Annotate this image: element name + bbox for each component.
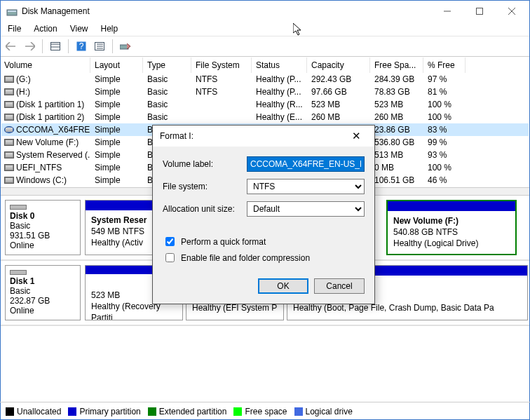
- cell-fs: [191, 116, 252, 118]
- disk0-type: Basic: [10, 221, 76, 231]
- disk0-header[interactable]: Disk 0 Basic 931.51 GB Online: [5, 200, 81, 255]
- menu-view[interactable]: View: [70, 24, 88, 34]
- menu-bar: File Action View Help: [1, 22, 529, 36]
- dialog-titlebar[interactable]: Format I: ✕: [153, 126, 374, 147]
- cell-pct: 100 %: [423, 111, 466, 123]
- volume-icon: [4, 139, 14, 146]
- volume-icon: [4, 88, 14, 95]
- table-row[interactable]: (Disk 1 partition 2)SimpleBasicHealthy (…: [1, 111, 529, 123]
- cell-pct: 93 %: [423, 149, 466, 161]
- format-dialog: Format I: ✕ Volume label: File system: N…: [152, 125, 375, 304]
- cell-capacity: 292.43 GB: [307, 74, 370, 85]
- ok-button[interactable]: OK: [258, 278, 308, 294]
- cell-type: Basic: [143, 86, 191, 97]
- minimize-button[interactable]: [431, 1, 463, 22]
- filesystem-label: File system:: [163, 182, 247, 191]
- toolbar: ?: [1, 36, 529, 57]
- legend-freespace: Free space: [233, 407, 287, 416]
- legend-logical: Logical drive: [294, 407, 353, 416]
- cell-status: Healthy (P...: [252, 86, 307, 97]
- list-icon[interactable]: [92, 39, 107, 54]
- menu-action[interactable]: Action: [34, 24, 57, 34]
- cancel-button[interactable]: Cancel: [314, 278, 365, 294]
- disk1-header[interactable]: Disk 1 Basic 232.87 GB Online: [5, 265, 81, 320]
- cell-fs: [191, 104, 252, 105]
- filesystem-select[interactable]: NTFS: [247, 179, 365, 194]
- cell-layout: Simple: [90, 74, 143, 85]
- col-pctfree[interactable]: % Free: [423, 57, 466, 73]
- disk0-state: Online: [10, 241, 76, 250]
- table-row[interactable]: (G:)SimpleBasicNTFSHealthy (P...292.43 G…: [1, 73, 529, 86]
- col-filesystem[interactable]: File System: [191, 57, 252, 73]
- cell-free: 260 MB: [370, 111, 423, 123]
- volume-icon: [4, 151, 14, 158]
- action-icon[interactable]: [118, 39, 133, 54]
- cell-volume: (G:): [16, 74, 31, 84]
- cell-status: Healthy (P...: [252, 74, 307, 85]
- help-icon[interactable]: ?: [74, 39, 89, 54]
- back-button[interactable]: [4, 39, 19, 54]
- disk0-partition-0[interactable]: System Reser 549 MB NTFS Healthy (Activ: [85, 200, 154, 255]
- volume-label-input[interactable]: [247, 156, 365, 172]
- cell-status: Healthy (R...: [252, 99, 307, 110]
- panel-icon[interactable]: [48, 39, 63, 54]
- menu-help[interactable]: Help: [101, 24, 118, 34]
- dialog-close-button[interactable]: ✕: [342, 130, 370, 142]
- part-status: Healthy (Boot, Page File, Crash Dump, Ba…: [293, 303, 494, 313]
- svg-text:?: ?: [79, 41, 84, 51]
- allocation-label: Allocation unit size:: [163, 204, 247, 214]
- cell-pct: 97 %: [423, 74, 466, 85]
- cell-layout: Simple: [90, 124, 143, 135]
- cell-layout: Simple: [90, 162, 143, 173]
- volume-icon: [4, 101, 14, 108]
- quick-format-checkbox[interactable]: Perform a quick format: [163, 235, 365, 248]
- disk1-type: Basic: [10, 286, 76, 296]
- col-free[interactable]: Free Spa...: [370, 57, 423, 73]
- disk1-state: Online: [10, 306, 76, 316]
- quick-format-input[interactable]: [165, 237, 175, 246]
- forward-button[interactable]: [22, 39, 37, 54]
- maximize-button[interactable]: [463, 1, 496, 22]
- legend-primary: Primary partition: [68, 407, 140, 416]
- cell-free: 513 MB: [370, 149, 423, 161]
- cell-volume: CCCOMA_X64FRE...: [16, 125, 90, 135]
- disk0-name: Disk 0: [10, 211, 76, 221]
- cell-pct: 100 %: [423, 99, 466, 110]
- cell-free: 23.86 GB: [370, 124, 423, 135]
- svg-rect-3: [477, 8, 483, 15]
- cell-layout: Simple: [90, 111, 143, 123]
- compression-checkbox[interactable]: Enable file and folder compression: [163, 251, 365, 264]
- cell-volume: UEFI_NTFS: [16, 163, 62, 172]
- cell-pct: 100 %: [423, 162, 466, 173]
- cell-layout: Simple: [90, 137, 143, 148]
- cell-volume: System Reserved (...: [16, 150, 90, 160]
- cell-free: 78.83 GB: [370, 86, 423, 97]
- part-status: Healthy (Activ: [91, 238, 143, 248]
- volume-icon: [4, 76, 14, 83]
- title-bar: Disk Management: [1, 1, 529, 22]
- part-size: 540.88 GB NTFS: [393, 227, 458, 237]
- compression-input[interactable]: [165, 253, 175, 262]
- close-button[interactable]: [496, 1, 528, 22]
- volume-icon: [4, 114, 14, 121]
- col-status[interactable]: Status: [252, 57, 307, 73]
- col-capacity[interactable]: Capacity: [307, 57, 370, 73]
- table-row[interactable]: (Disk 1 partition 1)SimpleBasicHealthy (…: [1, 98, 529, 111]
- disk0-size: 931.51 GB: [10, 231, 76, 241]
- cell-volume: (Disk 1 partition 1): [16, 100, 84, 109]
- app-icon: [6, 6, 18, 17]
- menu-file[interactable]: File: [8, 24, 21, 34]
- disk0-partition-newvolume[interactable]: New Volume (F:) 540.88 GB NTFS Healthy (…: [386, 200, 517, 255]
- disk-icon: [10, 205, 27, 210]
- cell-capacity: 523 MB: [307, 99, 370, 110]
- cell-volume: (H:): [16, 87, 30, 97]
- cell-type: Basic: [143, 74, 191, 85]
- legend-extended: Extended partition: [148, 407, 227, 416]
- table-header[interactable]: Volume Layout Type File System Status Ca…: [1, 57, 529, 73]
- allocation-select[interactable]: Default: [247, 201, 365, 217]
- table-row[interactable]: (H:)SimpleBasicNTFSHealthy (P...97.66 GB…: [1, 86, 529, 98]
- col-volume[interactable]: Volume: [1, 57, 90, 73]
- col-layout[interactable]: Layout: [90, 57, 143, 73]
- part-size: 549 MB NTFS: [91, 226, 144, 236]
- col-type[interactable]: Type: [143, 57, 191, 73]
